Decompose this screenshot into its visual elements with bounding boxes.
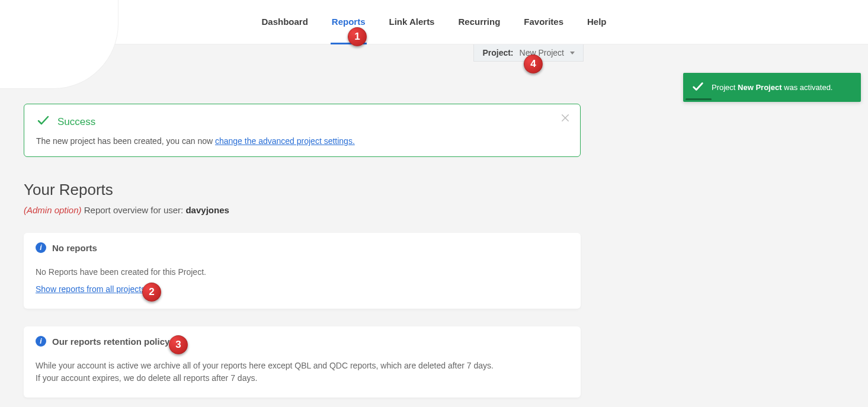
- toast-suffix: was activated.: [782, 83, 833, 92]
- no-reports-title: No reports: [52, 243, 97, 253]
- toast-project-name: New Project: [738, 83, 781, 92]
- alert-message-text: The new project has been created, you ca…: [36, 136, 215, 146]
- nav-dashboard[interactable]: Dashboard: [260, 0, 309, 44]
- main-nav: Dashboard Reports Link Alerts Recurring …: [0, 0, 868, 44]
- alert-success: Success The new project has been created…: [24, 104, 581, 157]
- toast-activated: Project New Project was activated.: [683, 73, 861, 102]
- toast-prefix: Project: [712, 83, 738, 92]
- nav-help[interactable]: Help: [586, 0, 608, 44]
- retention-line1: While your account is active we archive …: [36, 360, 569, 372]
- annotation-marker-2: 2: [142, 283, 161, 302]
- no-reports-body: No Reports have been created for this Pr…: [36, 266, 569, 278]
- alert-settings-link[interactable]: change the advanced project settings.: [215, 136, 355, 146]
- toast-text: Project New Project was activated.: [712, 83, 833, 92]
- retention-line2: If your account expires, we do delete al…: [36, 372, 569, 384]
- overview-text: Report overview for user:: [82, 205, 186, 215]
- admin-option-label: (Admin option): [24, 205, 82, 215]
- nav-favorites[interactable]: Favorites: [523, 0, 565, 44]
- retention-card: i Our reports retention policy While you…: [24, 326, 581, 398]
- close-icon[interactable]: [560, 113, 571, 125]
- alert-title: Success: [57, 116, 95, 128]
- info-icon: i: [36, 242, 46, 253]
- page-content: Success The new project has been created…: [24, 104, 581, 398]
- check-icon: [691, 80, 704, 95]
- annotation-marker-3: 3: [169, 335, 188, 354]
- project-selector-label: Project:: [482, 48, 513, 57]
- info-icon: i: [36, 336, 46, 347]
- annotation-marker-1: 1: [348, 27, 367, 46]
- username: davyjones: [185, 205, 229, 215]
- logo-curve: [0, 0, 118, 89]
- project-selector-value: New Project: [520, 48, 564, 57]
- nav-recurring[interactable]: Recurring: [457, 0, 501, 44]
- annotation-marker-4: 4: [524, 55, 543, 73]
- page-title: Your Reports: [24, 181, 581, 199]
- top-nav-bar: Dashboard Reports Link Alerts Recurring …: [0, 0, 868, 44]
- check-icon: [36, 113, 50, 130]
- show-all-projects-link[interactable]: Show reports from all projects: [36, 284, 145, 294]
- alert-message: The new project has been created, you ca…: [36, 136, 568, 146]
- nav-link-alerts[interactable]: Link Alerts: [388, 0, 436, 44]
- no-reports-card: i No reports No Reports have been create…: [24, 233, 581, 309]
- retention-title: Our reports retention policy: [52, 337, 169, 347]
- toast-progress: [686, 98, 712, 100]
- chevron-down-icon: [570, 52, 575, 55]
- page-subtitle: (Admin option) Report overview for user:…: [24, 205, 581, 215]
